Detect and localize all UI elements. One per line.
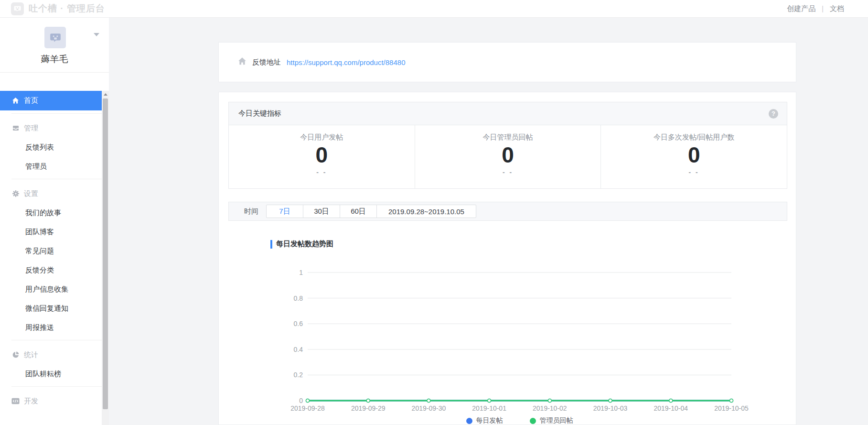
home-icon bbox=[11, 97, 20, 105]
sidebar-section-label: 设置 bbox=[24, 189, 38, 198]
filter-button-range[interactable]: 2019.09.28~2019.10.05 bbox=[376, 205, 476, 218]
links-separator: | bbox=[822, 5, 824, 12]
x-axis-label: 2019-10-05 bbox=[714, 404, 749, 412]
filter-button-30d[interactable]: 30日 bbox=[303, 205, 340, 218]
chart-title: 每日发帖数趋势图 bbox=[270, 240, 333, 249]
x-axis-label: 2019-09-29 bbox=[351, 404, 386, 412]
stat-label: 今日用户发帖 bbox=[300, 133, 343, 142]
stat-label: 今日多次发帖/回帖用户数 bbox=[654, 133, 734, 142]
chart-title-text: 每日发帖数趋势图 bbox=[276, 240, 333, 249]
sidebar-divider bbox=[11, 386, 102, 387]
sidebar-section-stats: 统计 bbox=[0, 345, 102, 364]
inbox-icon bbox=[11, 124, 20, 132]
sidebar-item-home[interactable]: 首页 bbox=[0, 91, 102, 110]
stat-card-2: 今日多次发帖/回帖用户数0- - bbox=[601, 125, 787, 188]
sidebar-item-our-story[interactable]: 我们的故事 bbox=[0, 203, 102, 222]
sidebar-section-dev: 开发 bbox=[0, 392, 102, 411]
stat-sub: - - bbox=[689, 168, 699, 176]
stat-value: 0 bbox=[502, 143, 514, 167]
sidebar-section-settings: 设置 bbox=[0, 184, 102, 203]
metrics-header: 今日关键指标 ? bbox=[229, 102, 787, 125]
product-switcher-caret-icon[interactable] bbox=[94, 33, 99, 36]
trend-chart-svg: 00.20.40.60.812019-09-282019-09-292019-0… bbox=[219, 260, 797, 417]
sidebar-item-feedback-list[interactable]: 反馈列表 bbox=[0, 138, 102, 157]
trend-chart: 00.20.40.60.812019-09-282019-09-292019-0… bbox=[219, 260, 797, 417]
y-axis-label: 0.2 bbox=[294, 371, 303, 379]
filter-button-60d[interactable]: 60日 bbox=[340, 205, 377, 218]
data-marker bbox=[730, 399, 733, 403]
sidebar-item-label: 我们的故事 bbox=[25, 208, 61, 218]
y-axis-label: 0.4 bbox=[294, 346, 303, 353]
scrollbar-thumb[interactable] bbox=[103, 98, 108, 409]
legend-label: 每日发帖 bbox=[476, 416, 503, 425]
filter-button-7d[interactable]: 7日 bbox=[266, 205, 303, 218]
sidebar-item-team-blog[interactable]: 团队博客 bbox=[0, 222, 102, 241]
chart-title-marker bbox=[270, 240, 272, 249]
sidebar-scrollbar[interactable] bbox=[102, 91, 109, 425]
app-logo-icon bbox=[11, 2, 24, 15]
brand: 吐个槽 · 管理后台 bbox=[11, 2, 105, 15]
sidebar-item-team-leaderboard[interactable]: 团队耕耘榜 bbox=[0, 364, 102, 383]
pie-icon bbox=[11, 351, 20, 359]
y-axis-label: 0.6 bbox=[294, 320, 303, 327]
y-axis-label: 0 bbox=[299, 397, 303, 404]
sidebar-item-label: 团队博客 bbox=[25, 228, 54, 237]
topbar-links: 创建产品 | 文档 bbox=[787, 4, 844, 13]
legend-item-1[interactable]: 管理员回帖 bbox=[530, 416, 573, 425]
sidebar: 薅羊毛 首页管理反馈列表管理员设置我们的故事团队博客常见问题反馈分类用户信息收集… bbox=[0, 18, 109, 425]
sidebar-item-label: 团队耕耘榜 bbox=[25, 370, 61, 379]
feedback-url-link[interactable]: https://support.qq.com/product/88480 bbox=[287, 58, 406, 66]
metrics-panel: 今日关键指标 ? 今日用户发帖0- -今日管理员回帖0- -今日多次发帖/回帖用… bbox=[228, 102, 787, 189]
sidebar-item-label: 反馈分类 bbox=[25, 266, 54, 275]
x-axis-label: 2019-10-03 bbox=[593, 404, 628, 412]
sidebar-item-admins[interactable]: 管理员 bbox=[0, 157, 102, 176]
sidebar-item-wechat-reply-notice[interactable]: 微信回复通知 bbox=[0, 299, 102, 318]
sidebar-section-label: 管理 bbox=[24, 124, 38, 133]
sidebar-item-label: 管理员 bbox=[25, 162, 47, 171]
metrics-title: 今日关键指标 bbox=[238, 109, 281, 118]
create-product-link[interactable]: 创建产品 bbox=[787, 4, 815, 13]
stat-label: 今日管理员回帖 bbox=[483, 133, 533, 142]
stat-value: 0 bbox=[316, 143, 328, 167]
app-title: 吐个槽 · 管理后台 bbox=[29, 2, 105, 15]
dashboard-card: 今日关键指标 ? 今日用户发帖0- -今日管理员回帖0- -今日多次发帖/回帖用… bbox=[218, 92, 796, 425]
sidebar-divider bbox=[11, 179, 102, 179]
home-icon bbox=[238, 57, 246, 67]
x-axis-label: 2019-10-01 bbox=[472, 404, 506, 412]
x-axis-label: 2019-09-30 bbox=[412, 404, 446, 412]
code-icon bbox=[11, 397, 20, 405]
sidebar-section-label: 统计 bbox=[24, 350, 38, 360]
time-filter-label: 时间 bbox=[244, 207, 258, 216]
product-avatar[interactable] bbox=[44, 27, 66, 48]
sidebar-item-label: 微信回复通知 bbox=[25, 304, 68, 313]
sidebar-item-weekly-report-push[interactable]: 周报推送 bbox=[0, 318, 102, 337]
metrics-body: 今日用户发帖0- -今日管理员回帖0- -今日多次发帖/回帖用户数0- - bbox=[229, 125, 787, 188]
stat-value: 0 bbox=[688, 143, 700, 167]
legend-item-0[interactable]: 每日发帖 bbox=[466, 416, 503, 425]
sidebar-section-manage: 管理 bbox=[0, 119, 102, 138]
sidebar-section-label: 开发 bbox=[24, 397, 38, 406]
x-axis-label: 2019-10-02 bbox=[533, 404, 567, 412]
product-header: 薅羊毛 bbox=[0, 18, 109, 73]
data-marker bbox=[488, 399, 491, 403]
feedback-address-card: 反馈地址 https://support.qq.com/product/8848… bbox=[218, 42, 796, 82]
y-axis-label: 1 bbox=[299, 269, 303, 276]
sidebar-item-faq[interactable]: 常见问题 bbox=[0, 241, 102, 261]
data-marker bbox=[669, 399, 673, 403]
sidebar-item-feedback-categories[interactable]: 反馈分类 bbox=[0, 261, 102, 280]
docs-link[interactable]: 文档 bbox=[830, 4, 844, 13]
feedback-address-label: 反馈地址 bbox=[252, 58, 281, 67]
scroll-up-arrow-icon[interactable] bbox=[102, 91, 109, 98]
x-axis-label: 2019-09-28 bbox=[290, 404, 325, 412]
sidebar-item-user-info-collection[interactable]: 用户信息收集 bbox=[0, 280, 102, 299]
sidebar-item-label: 首页 bbox=[24, 96, 38, 105]
product-name: 薅羊毛 bbox=[0, 53, 109, 65]
stat-sub: - - bbox=[316, 168, 327, 176]
sidebar-divider bbox=[11, 113, 102, 114]
legend-dot-icon bbox=[466, 418, 472, 424]
data-marker bbox=[609, 399, 612, 403]
help-icon[interactable]: ? bbox=[769, 109, 778, 119]
chart-legend: 每日发帖管理员回帖 bbox=[308, 416, 731, 425]
stat-card-1: 今日管理员回帖0- - bbox=[415, 125, 601, 188]
topbar: 吐个槽 · 管理后台 创建产品 | 文档 bbox=[0, 0, 868, 18]
